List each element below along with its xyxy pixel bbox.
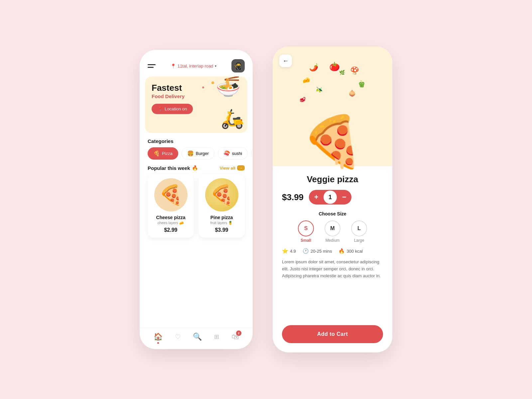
size-large-circle: L	[351, 220, 367, 236]
hero-highlight: Food	[152, 93, 164, 99]
nav-menu[interactable]: ⊞	[214, 333, 219, 340]
pine-pizza-sub: fruit layers 🍍	[210, 221, 233, 225]
price-quantity-row: $3.99 + 1 −	[282, 190, 383, 204]
product-price: $3.99	[282, 192, 304, 202]
pizza-main-image: 🍕	[302, 116, 364, 166]
grid-icon: ⊞	[214, 333, 219, 340]
avatar[interactable]: 🥷	[231, 59, 245, 72]
hero-title-line2: Delivery	[165, 93, 185, 99]
product-detail-content: Veggie pizza $3.99 + 1 − Choose Size S S…	[273, 166, 392, 352]
size-medium[interactable]: M Medium	[325, 220, 340, 243]
category-sushi[interactable]: 🍣 sushi	[218, 147, 248, 160]
cheese-pizza-price: $2.99	[164, 227, 177, 233]
ingredient-cheese-icon: 🧀	[303, 76, 310, 84]
nav-search[interactable]: 🔍	[193, 332, 202, 341]
flame-icon: 🔥	[192, 165, 198, 171]
product-title: Veggie pizza	[282, 174, 383, 185]
calories-value: 300 kcal	[346, 249, 362, 254]
size-small[interactable]: S Small	[298, 220, 314, 243]
size-small-circle: S	[298, 220, 314, 236]
hero-food-illustration: 🍜	[216, 76, 241, 96]
time-value: 20-25 mins	[311, 249, 332, 254]
size-small-label: Small	[301, 238, 311, 243]
search-icon: 🔍	[193, 332, 202, 341]
sushi-icon: 🍣	[223, 150, 230, 157]
category-burger-label: Burger	[196, 151, 209, 156]
location-btn-icon: 📍	[158, 106, 163, 111]
hero-scooter-illustration: 🛵	[221, 108, 244, 130]
ingredient-olive-icon: 🫒	[316, 86, 323, 93]
ingredient-mushroom-icon: 🍄	[350, 66, 359, 75]
left-phone: 📍 11tal, interlap road ▾ 🥷 Fastest Food …	[140, 50, 253, 349]
pine-pizza-name: Pine pizza	[210, 215, 233, 220]
calories-item: 🔥 300 kcal	[338, 248, 362, 254]
category-pizza[interactable]: 🍕 Pizza	[148, 147, 178, 160]
ingredient-tomato-icon: 🍅	[329, 62, 340, 72]
categories-list: 🍕 Pizza 🍔 Burger 🍣 sushi 🥗	[140, 147, 253, 160]
food-card-pine-pizza[interactable]: 🍕 Pine pizza fruit layers 🍍 $3.99	[199, 174, 245, 238]
hamburger-menu[interactable]	[148, 64, 156, 68]
fire-icon: 🔥	[338, 248, 345, 254]
clock-icon: 🕐	[303, 248, 309, 254]
cheese-pizza-image: 🍕	[154, 178, 188, 211]
view-all-button[interactable]: View all →	[220, 165, 245, 171]
decor-dot	[202, 86, 204, 88]
category-bowl[interactable]: 🥗	[251, 147, 253, 160]
nav-home[interactable]: 🏠	[154, 332, 163, 341]
chevron-down-icon: ▾	[215, 64, 216, 68]
hero-banner: Fastest Food Delivery 📍 Location on 🍜 🛵	[145, 76, 247, 133]
popular-header: Popular this week 🔥 View all →	[140, 160, 253, 174]
category-sushi-label: sushi	[232, 151, 242, 156]
active-dot	[157, 342, 159, 344]
home-icon: 🏠	[154, 332, 163, 341]
size-large-label: Large	[354, 238, 364, 243]
nav-cart[interactable]: 🛍 2	[231, 332, 239, 341]
category-pizza-label: Pizza	[162, 151, 173, 156]
bottom-nav: 🏠 ♡ 🔍 ⊞ 🛍 2	[140, 328, 253, 349]
product-description: Lorem ipsum dolor sit amet, consectetur …	[282, 259, 383, 319]
app-header: 📍 11tal, interlap road ▾ 🥷	[140, 50, 253, 76]
quantity-control: + 1 −	[309, 190, 351, 204]
burger-icon: 🍔	[187, 150, 194, 157]
star-icon: ⭐	[282, 248, 288, 254]
location-display[interactable]: 📍 11tal, interlap road ▾	[171, 64, 217, 68]
size-medium-circle: M	[325, 220, 340, 236]
pine-pizza-image: 🍕	[205, 178, 238, 211]
heart-icon: ♡	[175, 333, 181, 341]
back-arrow-icon: ←	[283, 58, 289, 65]
cheese-pizza-name: Cheese pizza	[156, 215, 186, 220]
food-cards-list: 🍕 Cheese pizza chees layers 🧀 $2.99 🍕 Pi…	[140, 174, 253, 238]
location-btn-label: Location on	[165, 106, 187, 111]
choose-size-label: Choose Size	[282, 211, 383, 216]
pin-icon: 📍	[171, 64, 176, 68]
quantity-increment-button[interactable]: +	[309, 190, 324, 204]
pizza-hero-container: 🌶️ 🍅 🍄 🧀 🫑 🫒 🧅 🥩 🌿 🍕	[289, 60, 376, 166]
ingredient-herb-icon: 🌿	[339, 70, 345, 75]
popular-title: Popular this week 🔥	[148, 165, 198, 171]
pizza-icon: 🍕	[153, 150, 160, 157]
category-burger[interactable]: 🍔 Burger	[182, 147, 214, 160]
cheese-pizza-sub: chees layers 🧀	[158, 221, 184, 225]
time-item: 🕐 20-25 mins	[303, 248, 332, 254]
rating-value: 4.9	[290, 249, 296, 254]
product-hero: ← 🌶️ 🍅 🍄 🧀 🫑 🫒 🧅 🥩 🌿 🍕	[273, 47, 392, 166]
nav-favorites[interactable]: ♡	[175, 333, 181, 341]
quantity-value: 1	[324, 191, 337, 204]
location-on-button[interactable]: 📍 Location on	[152, 104, 193, 114]
size-options: S Small M Medium L Large	[282, 220, 383, 243]
arrow-right-icon: →	[237, 165, 245, 171]
right-phone: ← 🌶️ 🍅 🍄 🧀 🫑 🫒 🧅 🥩 🌿 🍕 Veggie pizza $3.	[273, 47, 392, 352]
ingredient-pepper-icon: 🌶️	[309, 63, 318, 72]
categories-title: Categories	[140, 133, 253, 147]
decor-dot	[211, 81, 214, 84]
product-meta-row: ⭐ 4.9 🕐 20-25 mins 🔥 300 kcal	[282, 248, 383, 254]
add-to-cart-button[interactable]: Add to Cart	[282, 325, 383, 343]
pine-pizza-price: $3.99	[215, 227, 228, 233]
ingredient-onion-icon: 🧅	[348, 90, 356, 97]
size-large[interactable]: L Large	[351, 220, 367, 243]
quantity-decrement-button[interactable]: −	[337, 190, 351, 204]
ingredient-meat-icon: 🥩	[299, 96, 306, 103]
food-card-cheese-pizza[interactable]: 🍕 Cheese pizza chees layers 🧀 $2.99	[148, 174, 194, 238]
rating-item: ⭐ 4.9	[282, 248, 296, 254]
ingredient-bell-pepper-icon: 🫑	[357, 80, 366, 88]
